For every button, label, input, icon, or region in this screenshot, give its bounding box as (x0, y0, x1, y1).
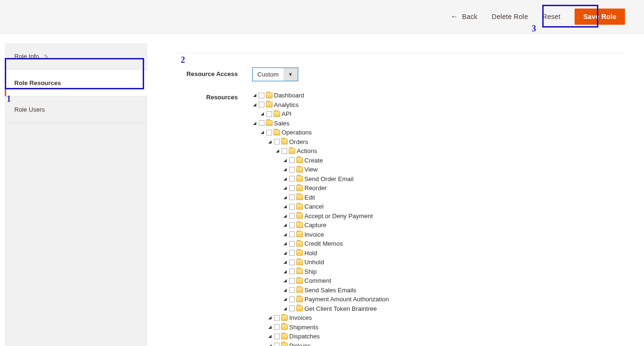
tree-label: Invoice (304, 230, 324, 240)
reset-button[interactable]: Reset (542, 13, 560, 20)
tree-row[interactable]: ◢API (260, 109, 625, 119)
tree-toggle-icon[interactable]: ◢ (267, 343, 273, 346)
tree-toggle-icon[interactable]: ◢ (283, 194, 288, 201)
tree-row[interactable]: ◢Create (283, 156, 625, 165)
tree-checkbox[interactable] (289, 250, 295, 256)
tree-checkbox[interactable] (289, 213, 295, 219)
tree-checkbox[interactable] (274, 324, 280, 330)
tree-checkbox[interactable] (289, 260, 295, 265)
tree-row[interactable]: ◢Comment (283, 276, 625, 286)
tree-checkbox[interactable] (289, 204, 295, 210)
tree-row[interactable]: ◢Accept or Deny Payment (283, 211, 625, 221)
divider (176, 53, 625, 53)
sidebar-item-role-resources[interactable]: Role Resources (5, 70, 147, 96)
tree-row[interactable]: ◢Hold (283, 249, 625, 258)
delete-role-button[interactable]: Delete Role (492, 13, 528, 20)
tree-row[interactable]: ◢Invoices (267, 313, 625, 323)
tree-label: Sales (274, 119, 290, 128)
tree-checkbox[interactable] (289, 157, 295, 163)
tree-toggle-icon[interactable]: ◢ (283, 222, 288, 229)
tree-row[interactable]: ◢Shipments (267, 323, 625, 332)
tree-row[interactable]: ◢Reorder (283, 183, 625, 193)
tree-toggle-icon[interactable]: ◢ (283, 240, 288, 247)
tree-row[interactable]: ◢Edit (283, 193, 625, 202)
tree-checkbox[interactable] (289, 278, 295, 284)
tree-row[interactable]: ◢Capture (283, 221, 625, 230)
tree-toggle-icon[interactable]: ◢ (267, 333, 273, 340)
tree-label: Actions (297, 146, 317, 156)
tree-toggle-icon[interactable]: ◢ (283, 278, 288, 284)
tree-row[interactable]: ◢Dispatches (267, 332, 625, 341)
tree-toggle-icon[interactable]: ◢ (283, 296, 288, 303)
tree-toggle-icon[interactable]: ◢ (283, 250, 288, 257)
tree-checkbox[interactable] (289, 241, 295, 247)
tree-row[interactable]: ◢Payment Amount Authorization (283, 295, 625, 304)
save-role-button[interactable]: Save Role (575, 9, 625, 25)
tree-checkbox[interactable] (259, 93, 264, 98)
back-button[interactable]: ← Back (450, 12, 478, 21)
tree-toggle-icon[interactable]: ◢ (283, 176, 288, 183)
tree-checkbox[interactable] (259, 102, 264, 107)
tree-toggle-icon[interactable]: ◢ (283, 166, 288, 173)
tree-checkbox[interactable] (274, 343, 280, 346)
tree-row[interactable]: ◢Send Order Email (283, 174, 625, 184)
tree-row[interactable]: ◢Pickups (267, 341, 625, 346)
tree-checkbox[interactable] (289, 194, 295, 200)
tree-toggle-icon[interactable]: ◢ (283, 259, 288, 266)
tree-row[interactable]: ◢Analytics (252, 100, 625, 110)
tree-row[interactable]: ◢Get Client Token Braintree (283, 304, 625, 314)
tree-row[interactable]: ◢Credit Memos (283, 239, 625, 249)
tree-checkbox[interactable] (289, 297, 295, 302)
tree-checkbox[interactable] (282, 148, 287, 154)
tree-toggle-icon[interactable]: ◢ (267, 139, 273, 145)
tree-toggle-icon[interactable]: ◢ (267, 324, 273, 331)
tree-toggle-icon[interactable]: ◢ (252, 92, 257, 99)
tree-toggle-icon[interactable]: ◢ (283, 185, 288, 192)
tree-checkbox[interactable] (289, 306, 295, 311)
tree-row[interactable]: ◢View (283, 165, 625, 174)
tree-row[interactable]: ◢Orders (267, 137, 625, 147)
sidebar-label: Role Users (14, 106, 45, 113)
tree-checkbox[interactable] (274, 315, 280, 321)
tree-toggle-icon[interactable]: ◢ (275, 148, 280, 154)
tree-label: Dashboard (274, 91, 304, 100)
tree-row[interactable]: ◢Send Sales Emails (283, 286, 625, 295)
tree-row[interactable]: ◢Dashboard (252, 91, 625, 100)
tree-checkbox[interactable] (289, 176, 295, 182)
tree-label: Hold (304, 249, 317, 258)
folder-icon (296, 250, 303, 256)
tree-checkbox[interactable] (289, 269, 295, 274)
tree-row[interactable]: ◢Ship (283, 267, 625, 277)
tree-row[interactable]: ◢Unhold (283, 258, 625, 267)
tree-row[interactable]: ◢Cancel (283, 202, 625, 211)
tree-row[interactable]: ◢Operations (260, 128, 625, 137)
sidebar-item-role-users[interactable]: Role Users (5, 96, 147, 123)
tree-toggle-icon[interactable]: ◢ (252, 120, 257, 127)
tree-toggle-icon[interactable]: ◢ (283, 287, 288, 294)
tree-toggle-icon[interactable]: ◢ (283, 203, 288, 210)
tree-toggle-icon[interactable]: ◢ (260, 111, 265, 117)
tree-checkbox[interactable] (266, 130, 272, 135)
tree-checkbox[interactable] (274, 139, 280, 144)
tree-checkbox[interactable] (259, 120, 264, 126)
tree-toggle-icon[interactable]: ◢ (252, 102, 257, 108)
tree-toggle-icon[interactable]: ◢ (283, 306, 288, 312)
sidebar-item-role-info[interactable]: Role Info ✎ (5, 43, 147, 70)
tree-checkbox[interactable] (274, 334, 280, 339)
tree-row[interactable]: ◢Invoice (283, 230, 625, 240)
tree-toggle-icon[interactable]: ◢ (267, 315, 273, 321)
tree-toggle-icon[interactable]: ◢ (260, 129, 265, 136)
tree-row[interactable]: ◢Sales (252, 119, 625, 128)
tree-toggle-icon[interactable]: ◢ (283, 269, 288, 275)
tree-checkbox[interactable] (289, 287, 295, 293)
tree-toggle-icon[interactable]: ◢ (283, 213, 288, 220)
tree-checkbox[interactable] (289, 167, 295, 173)
tree-row[interactable]: ◢Actions (275, 146, 625, 156)
resource-access-select[interactable]: Custom ▼ (252, 67, 298, 81)
tree-checkbox[interactable] (289, 185, 295, 191)
tree-checkbox[interactable] (289, 231, 295, 237)
tree-checkbox[interactable] (266, 111, 272, 117)
tree-checkbox[interactable] (289, 222, 295, 228)
tree-toggle-icon[interactable]: ◢ (283, 231, 288, 238)
tree-toggle-icon[interactable]: ◢ (283, 157, 288, 164)
